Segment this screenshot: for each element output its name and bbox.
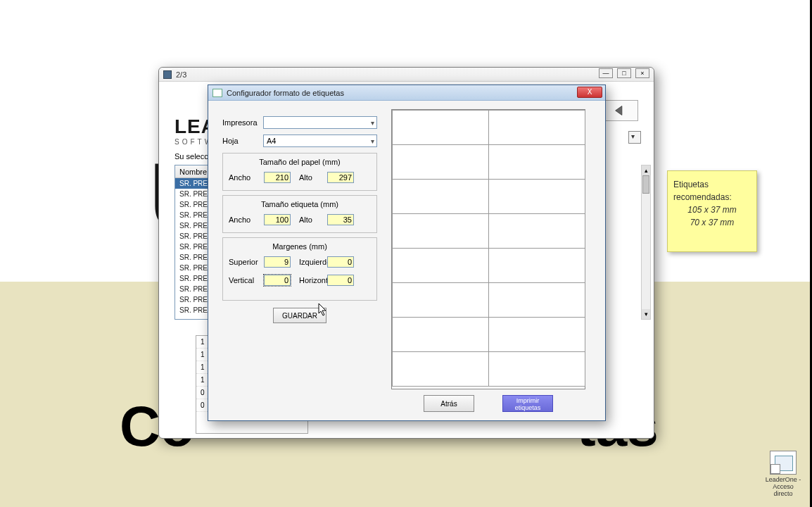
preview-cell [488, 213, 585, 249]
margin-left-label: Izquierdo [291, 258, 327, 266]
scrollbar[interactable]: ▴ ▾ [641, 165, 651, 320]
scroll-up-icon[interactable]: ▴ [642, 165, 650, 175]
preview-cell [392, 144, 489, 180]
preview-cell [488, 282, 585, 318]
preview-cell [392, 179, 489, 214]
parent-window-title: 2/3 [176, 70, 186, 79]
config-dialog: Configurador formato de etiquetas X Impr… [208, 84, 606, 421]
dialog-icon [212, 89, 222, 97]
preview-cell [488, 351, 585, 387]
scroll-down-icon[interactable]: ▾ [642, 309, 650, 319]
margins-group: Margenes (mm) Superior 9 Izquierdo 0 Ver… [222, 237, 377, 301]
preview-cell [488, 248, 585, 283]
margins-title: Margenes (mm) [229, 242, 371, 251]
dialog-close-button[interactable]: X [577, 87, 602, 98]
label-width-label: Ancho [229, 215, 264, 224]
shortcut-label: LeaderOne - Acceso directo [763, 476, 804, 497]
sticky-dimension: 105 x 37 mm [673, 204, 751, 216]
margin-left-field[interactable]: 0 [327, 256, 354, 268]
preview-cell [392, 351, 489, 387]
preview-cell [392, 282, 489, 318]
print-labels-button[interactable]: Imprimir etiquetas [502, 395, 553, 412]
paper-width-field[interactable]: 210 [264, 172, 291, 183]
preview-cell [488, 144, 585, 180]
dialog-titlebar[interactable]: Configurador formato de etiquetas X [208, 85, 605, 101]
shortcut-icon [770, 451, 797, 475]
paper-height-label: Alto [291, 173, 327, 182]
maximize-button[interactable]: □ [617, 68, 631, 78]
label-size-title: Tamaño etiqueta (mm) [229, 200, 371, 208]
margin-horiz-field[interactable]: 0 [327, 275, 354, 286]
margin-horiz-label: Horizontal [291, 276, 327, 284]
label-height-label: Alto [291, 215, 327, 224]
label-preview-grid [391, 109, 585, 389]
margin-vert-field[interactable]: 0 [264, 275, 291, 286]
back-dropdown-toggle[interactable] [628, 131, 641, 144]
margin-top-label: Superior [229, 258, 264, 266]
preview-cell [488, 179, 585, 214]
nav-arrow-box[interactable] [603, 100, 638, 121]
arrow-left-icon [613, 104, 628, 117]
close-button[interactable]: × [635, 68, 649, 78]
sheet-combo[interactable]: A4 [263, 134, 377, 147]
label-size-group: Tamaño etiqueta (mm) Ancho 100 Alto 35 [222, 195, 377, 233]
paper-size-title: Tamaño del papel (mm) [229, 158, 371, 166]
sticky-line: recomendadas: [673, 191, 751, 204]
preview-cell [392, 317, 489, 352]
desktop-shortcut[interactable]: LeaderOne - Acceso directo [763, 451, 804, 497]
printer-combo[interactable] [263, 116, 377, 129]
sticky-note: Etiquetas recomendadas: 105 x 37 mm 70 x… [667, 170, 757, 252]
parent-window-icon [163, 70, 172, 79]
margin-top-field[interactable]: 9 [264, 256, 291, 268]
preview-cell [392, 248, 489, 283]
label-width-field[interactable]: 100 [264, 214, 291, 225]
back-button[interactable]: Atrás [424, 395, 474, 412]
scroll-thumb[interactable] [642, 175, 649, 194]
minimize-button[interactable]: — [599, 68, 613, 78]
parent-titlebar[interactable]: 2/3 — □ × [159, 68, 654, 82]
preview-cell [392, 110, 489, 145]
save-button[interactable]: GUARDAR [273, 308, 326, 323]
dialog-title: Configurador formato de etiquetas [227, 89, 344, 97]
paper-size-group: Tamaño del papel (mm) Ancho 210 Alto 297 [222, 153, 377, 191]
sheet-label: Hoja [222, 137, 263, 145]
sticky-dimension: 70 x 37 mm [673, 216, 751, 229]
preview-cell [392, 213, 489, 249]
sticky-line: Etiquetas [673, 178, 751, 191]
preview-cell [488, 317, 585, 352]
label-height-field[interactable]: 35 [327, 214, 354, 225]
paper-width-label: Ancho [229, 173, 264, 182]
printer-label: Impresora [222, 118, 263, 127]
paper-height-field[interactable]: 297 [327, 172, 354, 183]
margin-vert-label: Vertical [229, 276, 264, 284]
preview-cell [488, 110, 585, 145]
